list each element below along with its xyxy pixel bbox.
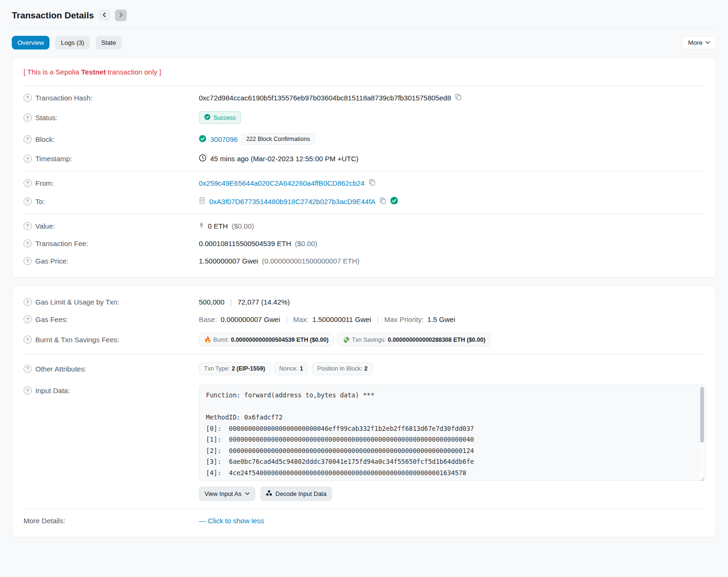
copy-icon <box>455 93 462 102</box>
row-transaction-hash: ?Transaction Hash: 0xc72d984ccac6190b5f1… <box>22 89 706 107</box>
copy-from-address-button[interactable] <box>368 179 376 187</box>
click-to-show-less-link[interactable]: — Click to show less <box>199 517 264 525</box>
view-input-as-label: View Input As <box>204 490 242 497</box>
overview-card-primary: [ This is a Sepolia Testnet transaction … <box>12 57 716 278</box>
gas-limit-value: 500,000 <box>199 298 224 306</box>
to-address-link[interactable]: 0xA3f07D6773514480b918C2742b027b3acD9E44… <box>209 198 376 206</box>
row-burnt-savings: ?Burnt & Txn Savings Fees: 🔥 Burnt: 0.00… <box>22 328 706 351</box>
view-input-as-button[interactable]: View Input As <box>199 486 255 501</box>
burnt-badge-value: 0.000000000000504539 ETH ($0.00) <box>231 337 328 343</box>
help-icon[interactable]: ? <box>24 239 32 247</box>
eth-icon <box>199 222 204 230</box>
gas-fees-max-value: 1.500000011 Gwei <box>312 315 371 323</box>
gas-fees-base-value: 0.000000007 Gwei <box>221 315 280 323</box>
divider <box>22 85 706 86</box>
transaction-details-page: Transaction Details Overview Logs (3) St… <box>0 0 728 537</box>
input-data-box: Function: forward(address to,bytes data)… <box>199 385 706 481</box>
input-data-content[interactable]: Function: forward(address to,bytes data)… <box>199 385 706 481</box>
tab-logs[interactable]: Logs (3) <box>55 36 90 49</box>
next-transaction-button[interactable] <box>115 9 127 21</box>
block-confirmations-badge: 222 Block Confirmations <box>241 133 314 145</box>
value-usd: ($0.00) <box>232 222 254 230</box>
nonce-badge-label: Nonce: <box>279 365 298 372</box>
transaction-fee-amount: 0.000108115500504539 ETH <box>199 239 291 247</box>
timestamp-value: 45 mins ago (Mar-02-2023 12:55:00 PM +UT… <box>210 155 359 163</box>
row-other-attributes: ?Other Attributes: Txn Type: 2 (EIP-1559… <box>22 357 706 380</box>
resize-grip-icon[interactable] <box>700 475 705 480</box>
copy-icon <box>379 197 386 206</box>
help-icon[interactable]: ? <box>24 387 32 395</box>
input-data-actions: View Input As Decode Input Data <box>199 486 706 501</box>
testnet-warning-suffix: transaction only ] <box>106 68 162 76</box>
tab-bar: Overview Logs (3) State More <box>12 36 716 49</box>
row-to: ?To: 0xA3f07D6773514480b918C2742b027b3ac… <box>22 192 706 211</box>
block-number-link[interactable]: 3007096 <box>210 135 237 143</box>
help-icon[interactable]: ? <box>24 365 32 373</box>
gas-usage-value: 72,077 (14.42%) <box>237 298 290 306</box>
block-finalized-icon <box>199 135 206 144</box>
txn-type-badge-label: Txn Type: <box>204 365 230 372</box>
gas-fees-priority-value: 1.5 Gwei <box>427 315 455 323</box>
help-icon[interactable]: ? <box>24 298 32 306</box>
help-icon[interactable]: ? <box>24 179 32 187</box>
divider <box>22 509 706 509</box>
nonce-badge: Nonce: 1 <box>274 362 309 375</box>
help-icon[interactable]: ? <box>24 222 32 230</box>
help-icon[interactable]: ? <box>24 135 32 143</box>
decode-input-data-button[interactable]: Decode Input Data <box>260 486 332 501</box>
row-transaction-fee: ?Transaction Fee: 0.000108115500504539 E… <box>22 235 706 252</box>
status-badge-label: Success <box>213 115 236 121</box>
gas-price-label: Gas Price: <box>35 257 68 265</box>
gas-fees-label: Gas Fees: <box>35 315 68 323</box>
decode-input-data-label: Decode Input Data <box>276 490 327 497</box>
separator: | <box>228 298 234 306</box>
testnet-warning: [ This is a Sepolia Testnet transaction … <box>22 65 706 82</box>
status-label: Status: <box>35 114 57 122</box>
txn-savings-badge-value: 0.000000000000288308 ETH ($0.00) <box>388 337 485 343</box>
burnt-badge-label: Burnt: <box>213 337 229 343</box>
row-gas-fees: ?Gas Fees: Base: 0.000000007 Gwei | Max:… <box>22 311 706 328</box>
help-icon[interactable]: ? <box>24 198 32 206</box>
copy-to-address-button[interactable] <box>379 197 386 206</box>
chevron-right-icon <box>118 12 123 19</box>
gas-fees-priority-label: Max Priority: <box>384 315 423 323</box>
input-data-scrollbar-thumb[interactable] <box>700 387 704 443</box>
clock-icon <box>199 154 206 163</box>
copy-transaction-hash-button[interactable] <box>455 93 462 102</box>
copy-icon <box>368 179 376 187</box>
gas-price-amount: 1.500000007 Gwei <box>199 257 258 265</box>
input-data-scrollbar-track[interactable] <box>700 386 704 479</box>
chevron-down-icon <box>705 39 710 46</box>
help-icon[interactable]: ? <box>24 257 32 265</box>
row-block: ?Block: 3007096 222 Block Confirmations <box>22 129 706 149</box>
testnet-warning-prefix: [ This is a Sepolia <box>24 68 81 76</box>
timestamp-label: Timestamp: <box>35 155 72 163</box>
help-icon[interactable]: ? <box>24 94 32 102</box>
tab-state[interactable]: State <box>96 36 122 49</box>
from-label: From: <box>35 179 54 187</box>
transaction-hash-label: Transaction Hash: <box>35 94 92 102</box>
more-dropdown-label: More <box>688 39 703 46</box>
status-badge: Success <box>199 111 241 124</box>
more-dropdown-button[interactable]: More <box>682 36 716 49</box>
divider <box>22 354 706 354</box>
value-amount: 0 ETH <box>208 222 228 230</box>
divider <box>22 214 706 214</box>
from-address-link[interactable]: 0x259c49E65644a020C2A642260a4ffB0CD862cb… <box>199 179 365 187</box>
row-gas-limit-usage: ?Gas Limit & Usage by Txn: 500,000 | 72,… <box>22 293 706 311</box>
chevron-down-icon <box>245 490 250 497</box>
burnt-savings-label: Burnt & Txn Savings Fees: <box>35 336 119 344</box>
input-data-label: Input Data: <box>35 387 70 395</box>
help-icon[interactable]: ? <box>24 114 32 122</box>
txn-type-badge: Txn Type: 2 (EIP-1559) <box>199 362 270 375</box>
overview-card-secondary: ?Gas Limit & Usage by Txn: 500,000 | 72,… <box>12 285 716 537</box>
previous-transaction-button[interactable] <box>98 9 110 21</box>
gas-fees-max-label: Max: <box>293 315 309 323</box>
page-title: Transaction Details <box>12 10 94 21</box>
tab-overview[interactable]: Overview <box>12 36 49 49</box>
help-icon[interactable]: ? <box>24 336 32 344</box>
transaction-fee-label: Transaction Fee: <box>35 239 88 247</box>
help-icon[interactable]: ? <box>24 155 32 163</box>
help-icon[interactable]: ? <box>24 315 32 323</box>
txn-savings-badge-label: Txn Savings: <box>352 337 386 343</box>
